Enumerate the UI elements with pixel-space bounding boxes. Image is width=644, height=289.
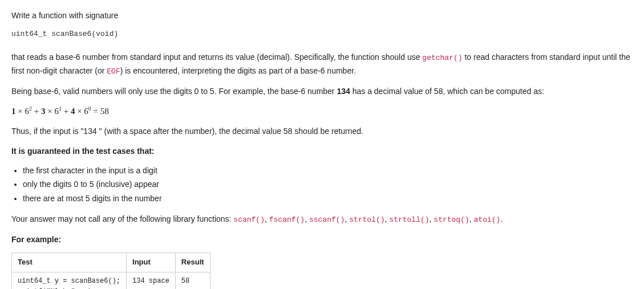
- description-paragraph: that reads a base-6 number from standard…: [11, 51, 633, 78]
- th-result: Result: [175, 253, 210, 272]
- forbidden-fn: fscanf(): [269, 215, 305, 224]
- base6-number: 134: [337, 87, 350, 96]
- forbidden-paragraph: Your answer may not call any of the foll…: [11, 213, 633, 226]
- forbidden-fn: scanf(): [233, 215, 265, 224]
- base6-paragraph: Being base-6, valid numbers will only us…: [11, 85, 633, 97]
- th-test: Test: [12, 253, 127, 272]
- eof-code: EOF: [107, 67, 120, 76]
- desc-text: ) is encountered, interpreting the digit…: [120, 66, 356, 75]
- forbidden-fn: sscanf(): [309, 215, 345, 224]
- table-header-row: Test Input Result: [12, 253, 210, 272]
- example-heading: For example:: [11, 233, 633, 246]
- desc-text: that reads a base-6 number from standard…: [11, 52, 422, 62]
- td-input: 134 space: [127, 272, 176, 289]
- forbidden-fn: strtoq(): [434, 215, 469, 224]
- example-heading-text: For example:: [11, 235, 61, 244]
- table-row: uint64_t y = scanBase6(); printf("%lu\n"…: [12, 272, 210, 289]
- base6-text: Being base-6, valid numbers will only us…: [11, 87, 337, 96]
- guarantee-heading-text: It is guaranteed in the test cases that:: [11, 146, 155, 156]
- td-test: uint64_t y = scanBase6(); printf("%lu\n"…: [12, 272, 127, 289]
- equation: 1 × 62 + 3 × 61 + 4 × 60 = 58: [11, 104, 633, 118]
- forbidden-tail: .: [500, 214, 503, 223]
- list-item: there are at most 5 digits in the number: [23, 192, 633, 205]
- td-result: 58: [175, 272, 210, 289]
- forbidden-lead: Your answer may not call any of the foll…: [11, 214, 233, 223]
- eq-coef: 3: [41, 107, 46, 116]
- eq-exp: 2: [29, 105, 32, 112]
- eq-exp: 1: [59, 105, 62, 112]
- eq-coef: 4: [71, 107, 75, 116]
- forbidden-fn: strtoll(): [389, 215, 429, 224]
- example-table: Test Input Result uint64_t y = scanBase6…: [11, 253, 210, 289]
- list-item: the first character in the input is a di…: [23, 164, 633, 177]
- eq-base: 6: [25, 107, 29, 116]
- eq-result: 58: [100, 107, 109, 116]
- guarantee-list: the first character in the input is a di…: [23, 164, 633, 205]
- eq-coef: 1: [11, 107, 16, 116]
- th-input: Input: [127, 253, 176, 272]
- function-signature: uint64_t scanBase6(void): [11, 29, 633, 40]
- guarantee-heading: It is guaranteed in the test cases that:: [11, 145, 633, 157]
- getchar-code: getchar(): [422, 54, 462, 62]
- intro-line: Write a function with signature: [11, 9, 633, 22]
- eq-exp: 0: [88, 105, 91, 112]
- forbidden-fn: atoi(): [474, 215, 501, 224]
- eq-base: 6: [84, 107, 88, 116]
- forbidden-fn: strtol(): [349, 215, 384, 224]
- eq-base: 6: [54, 107, 59, 116]
- base6-text: has a decimal value of 58, which can be …: [350, 87, 544, 96]
- thus-paragraph: Thus, if the input is "134 " (with a spa…: [11, 125, 633, 137]
- list-item: only the digits 0 to 5 (inclusive) appea…: [23, 178, 633, 190]
